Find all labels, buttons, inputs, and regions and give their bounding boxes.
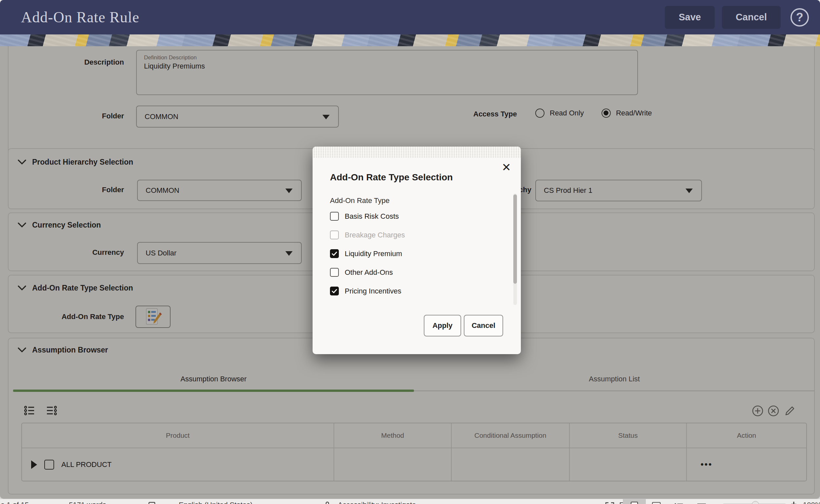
checkbox-unchecked[interactable] bbox=[330, 212, 339, 221]
accessibility-status[interactable]: Accessibility: Investigate bbox=[338, 501, 416, 504]
zoom-slider-thumb[interactable] bbox=[752, 501, 759, 504]
checkbox-disabled bbox=[330, 231, 339, 239]
check-icon bbox=[332, 252, 337, 256]
accessibility-icon bbox=[322, 501, 333, 504]
help-icon[interactable]: ? bbox=[790, 8, 809, 27]
dialog-title: Add-On Rate Type Selection bbox=[330, 172, 453, 183]
word-status-bar: e 1 of 15 5171 words English (United Sta… bbox=[0, 499, 820, 504]
scrollbar-thumb[interactable] bbox=[513, 194, 517, 284]
dialog-header-texture bbox=[313, 147, 521, 158]
app-header: Add-On Rate Rule Save Cancel ? bbox=[0, 0, 820, 34]
option-other-add-ons: Other Add-Ons bbox=[330, 263, 494, 282]
addon-type-options: Basis Risk Costs Breakage Charges Liquid… bbox=[330, 207, 494, 300]
save-button[interactable]: Save bbox=[665, 6, 715, 29]
page-count-status[interactable]: e 1 of 15 bbox=[1, 501, 29, 504]
dialog-cancel-button[interactable]: Cancel bbox=[464, 315, 503, 336]
cancel-button[interactable]: Cancel bbox=[722, 6, 781, 29]
word-count-status[interactable]: 5171 words bbox=[69, 501, 106, 504]
language-status[interactable]: English (United States) bbox=[179, 501, 253, 504]
web-layout-icon[interactable] bbox=[651, 501, 661, 504]
decorative-banner bbox=[0, 34, 820, 46]
apply-button[interactable]: Apply bbox=[424, 315, 461, 336]
checkbox-checked[interactable] bbox=[330, 287, 339, 295]
option-breakage-charges: Breakage Charges bbox=[330, 226, 494, 244]
proofing-error-icon[interactable] bbox=[148, 501, 158, 504]
view-print-layout-selected[interactable] bbox=[623, 499, 646, 504]
option-liquidity-premium: Liquidity Premium bbox=[330, 244, 494, 263]
outline-view-icon[interactable] bbox=[674, 501, 684, 504]
close-icon[interactable]: ✕ bbox=[502, 162, 511, 173]
dialog-list-label: Add-On Rate Type bbox=[330, 196, 390, 205]
option-pricing-incentives: Pricing Incentives bbox=[330, 282, 494, 300]
option-basis-risk-costs: Basis Risk Costs bbox=[330, 207, 494, 226]
checkbox-unchecked[interactable] bbox=[330, 268, 339, 277]
checkbox-checked[interactable] bbox=[330, 249, 339, 258]
draft-view-icon[interactable] bbox=[696, 501, 707, 504]
zoom-percent-label[interactable]: 100% bbox=[803, 501, 820, 504]
zoom-in-icon[interactable] bbox=[790, 501, 797, 504]
focus-mode-icon[interactable] bbox=[605, 501, 615, 504]
check-icon bbox=[332, 289, 337, 293]
page-title: Add-On Rate Rule bbox=[21, 9, 139, 26]
app-window: Add-On Rate Rule Save Cancel ? Descripti… bbox=[0, 0, 820, 499]
addon-rate-type-dialog: ✕ Add-On Rate Type Selection Add-On Rate… bbox=[313, 147, 521, 354]
print-layout-icon bbox=[630, 501, 639, 504]
dialog-scrollbar[interactable] bbox=[513, 193, 517, 305]
